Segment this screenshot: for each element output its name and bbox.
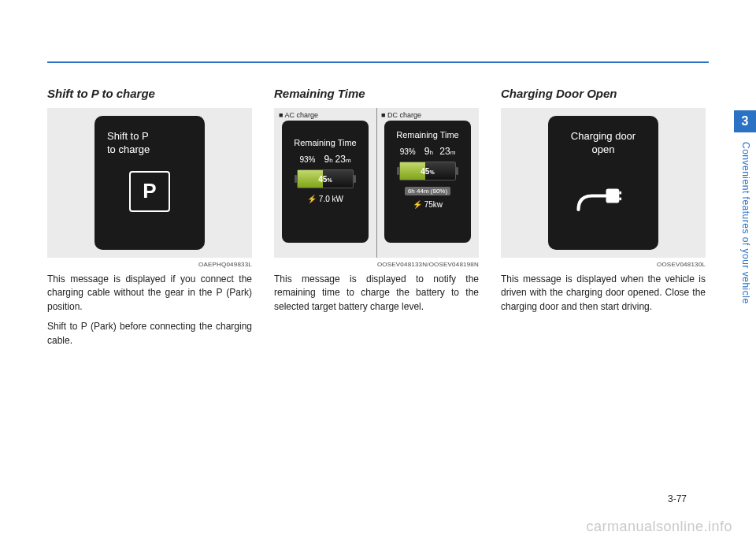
cluster-screen-dc: Remaining Time 93% 9h 23m 45% [384, 121, 471, 243]
chapter-title-vertical: Convenient features of your vehicle [739, 142, 751, 378]
remaining-time-title: Remaining Time [396, 130, 458, 139]
section-heading: Charging Door Open [501, 87, 706, 100]
figure-caption: OOSEV048133N/OOSEV048198N [274, 261, 479, 268]
minutes-unit: m [346, 157, 351, 164]
svg-rect-1 [619, 192, 621, 195]
illustration-shift-to-p: Shift to P to charge P [47, 108, 252, 258]
manual-page: Shift to P to charge Shift to P to charg… [47, 47, 709, 497]
svg-rect-2 [619, 197, 621, 200]
remaining-time-title: Remaining Time [294, 138, 356, 147]
screen-line2: to charge [107, 143, 150, 155]
chapter-tab: 3 [734, 110, 756, 132]
illustration-remaining-time: ■ AC charge Remaining Time 93% 9h 23m [274, 108, 479, 258]
screen-line1: Charging door [571, 130, 636, 142]
figure-caption: OAEPHQ049833L [47, 261, 252, 268]
col-remaining-time: Remaining Time ■ AC charge Remaining Tim… [274, 87, 479, 354]
paragraph: Shift to P (Park) before connecting the … [47, 320, 252, 348]
paragraph: This message is displayed if you connect… [47, 273, 252, 314]
body-text: This message is displayed to notify the … [274, 273, 479, 314]
ac-charge-label: ■ AC charge [274, 108, 321, 121]
col-shift-to-p: Shift to P to charge Shift to P to charg… [47, 87, 252, 354]
screen-line1: Shift to P [107, 130, 149, 142]
battery-icon: 45% [297, 169, 354, 188]
chapter-number: 3 [742, 114, 749, 128]
figure-caption: OOSEV048130L [501, 261, 706, 268]
dc-charge-label: ■ DC charge [376, 108, 424, 121]
remaining-time-line: 93% 9h 23m [400, 146, 456, 157]
hours: 9 [424, 146, 430, 157]
body-text: This message is displayed if you connect… [47, 273, 252, 348]
minutes-unit: m [450, 149, 456, 156]
cluster-screen-ac: Remaining Time 93% 9h 23m 45% [282, 121, 369, 243]
paragraph: This message is displayed when the vehic… [501, 273, 706, 314]
cluster-screen: Charging door open [548, 116, 658, 250]
illustration-charging-door: Charging door open [501, 108, 706, 258]
top-rule [47, 61, 709, 63]
body-text: This message is displayed when the vehic… [501, 273, 706, 314]
half-dc: ■ DC charge Remaining Time 93% 9h 23m [376, 108, 479, 258]
cluster-screen: Shift to P to charge P [94, 116, 205, 250]
page-number: 3-77 [668, 493, 687, 504]
half-ac: ■ AC charge Remaining Time 93% 9h 23m [274, 108, 376, 258]
minutes: 23 [335, 154, 346, 165]
content-columns: Shift to P to charge Shift to P to charg… [47, 87, 709, 354]
target-pct: 93% [299, 155, 315, 164]
svg-rect-0 [606, 188, 620, 203]
plug-cable-icon [576, 169, 631, 217]
remaining-time-line: 93% 9h 23m [299, 154, 350, 165]
minutes: 23 [439, 146, 450, 157]
hours-unit: h [329, 157, 332, 164]
target-time-pill: 6h 44m (80%) [405, 187, 450, 195]
park-icon: P [129, 171, 170, 212]
section-heading: Shift to P to charge [47, 87, 252, 100]
paragraph: This message is displayed to notify the … [274, 273, 479, 314]
watermark: carmanualsonline.info [586, 519, 732, 535]
battery-icon: 45% [399, 162, 456, 180]
park-icon-label: P [143, 179, 156, 203]
battery-percent: 45% [421, 167, 434, 176]
battery-percent: 45% [318, 175, 332, 184]
section-heading: Remaining Time [274, 87, 479, 100]
hours-unit: h [430, 149, 433, 156]
screen-line2: open [592, 143, 615, 155]
screen-title: Shift to P to charge [94, 130, 205, 157]
target-pct: 93% [400, 147, 416, 156]
power-reading: ⚡ 7.0 kW [307, 195, 343, 203]
col-charging-door-open: Charging Door Open Charging door open OO… [501, 87, 706, 354]
screen-title: Charging door open [548, 130, 658, 157]
power-reading: ⚡ 75kw [413, 200, 443, 209]
